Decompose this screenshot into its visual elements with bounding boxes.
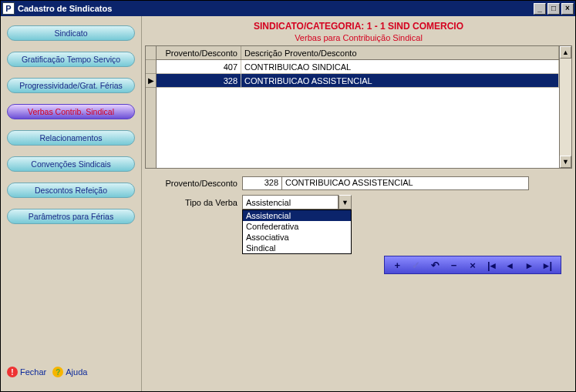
sidebar-item-verbas-contrib[interactable]: Verbas Contrib. Sindical (7, 104, 135, 119)
cell-desc: CONTRIBUICAO ASSISTENCIAL (241, 74, 559, 87)
record-navigator: + ✓ ↶ − × |◂ ◂ ▸ ▸| (384, 256, 561, 274)
tipo-option-assistencial[interactable]: Assistencial (243, 210, 351, 221)
chevron-down-icon[interactable]: ▼ (339, 195, 352, 209)
sidebar-item-parametros[interactable]: Parâmetros para Férias (7, 209, 135, 224)
nav-delete-button[interactable]: − (446, 257, 462, 273)
scroll-up-icon[interactable]: ▲ (560, 46, 571, 59)
nav-last-button[interactable]: ▸| (541, 257, 556, 273)
sidebar-item-descontos[interactable]: Descontos Refeição (7, 183, 135, 198)
table-row[interactable]: 407 CONTRIBUICAO SINDICAL (157, 60, 559, 74)
help-icon: ? (52, 367, 63, 377)
nav-first-button[interactable]: |◂ (483, 257, 499, 273)
provento-label: Provento/Desconto (150, 179, 242, 188)
client-area: Sindicato Gratificação Tempo Serviço Pro… (1, 16, 575, 391)
nav-prev-button[interactable]: ◂ (503, 257, 518, 273)
tipo-combo[interactable]: Assistencial ▼ Assistencial Confederativ… (242, 195, 352, 209)
fechar-label: Fechar (20, 367, 46, 377)
grid: ▶ Provento/Desconto Descrição Provento/D… (145, 45, 572, 169)
minimize-button[interactable]: _ (534, 3, 546, 15)
section-header: Verbas para Contribuição Sindical (145, 33, 572, 45)
nav-ok-button[interactable]: ✓ (409, 257, 424, 273)
app-icon: P (2, 2, 15, 15)
cell-desc: CONTRIBUICAO SINDICAL (241, 60, 559, 73)
provento-desc-input[interactable]: CONTRIBUICAO ASSISTENCIAL (282, 176, 529, 190)
nav-next-button[interactable]: ▸ (521, 257, 537, 273)
sidebar: Sindicato Gratificação Tempo Serviço Pro… (1, 16, 142, 391)
grid-corner (146, 46, 156, 60)
window-title: Cadastro de Sindicatos (18, 4, 534, 13)
sidebar-item-progressividade[interactable]: Progressividade/Grat. Férias (7, 78, 135, 93)
titlebar: P Cadastro de Sindicatos _ □ × (1, 1, 575, 16)
ajuda-button[interactable]: ? Ajuda (52, 367, 87, 377)
sidebar-item-convencoes[interactable]: Convenções Sindicais (7, 156, 135, 172)
table-row[interactable]: 328 CONTRIBUICAO ASSISTENCIAL (157, 74, 559, 88)
close-icon: ! (7, 367, 18, 377)
cell-code: 328 (157, 74, 241, 87)
maximize-button[interactable]: □ (547, 3, 560, 15)
tipo-option-sindical[interactable]: Sindical (243, 243, 351, 253)
main-panel: SINDICATO/CATEGORIA: 1 - 1 SIND COMERCIO… (142, 16, 575, 391)
tipo-dropdown: Assistencial Confederativa Associativa S… (242, 209, 352, 254)
category-header: SINDICATO/CATEGORIA: 1 - 1 SIND COMERCIO (145, 18, 572, 33)
nav-add-button[interactable]: + (389, 257, 405, 273)
scroll-down-icon[interactable]: ▼ (560, 156, 571, 168)
scroll-track[interactable] (560, 59, 571, 156)
nav-cancel-button[interactable]: × (465, 257, 480, 273)
close-window-button[interactable]: × (561, 3, 574, 15)
col-header-code[interactable]: Provento/Desconto (157, 46, 241, 59)
app-window: P Cadastro de Sindicatos _ □ × Sindicato… (0, 0, 576, 392)
nav-undo-button[interactable]: ↶ (427, 257, 443, 273)
form-area: Provento/Desconto 328 CONTRIBUICAO ASSIS… (145, 169, 572, 279)
col-header-desc[interactable]: Descrição Provento/Desconto (241, 46, 559, 59)
sidebar-item-gratificacao[interactable]: Gratificação Tempo Serviço (7, 52, 135, 67)
tipo-option-associativa[interactable]: Associativa (243, 232, 351, 243)
grid-scrollbar[interactable]: ▲ ▼ (559, 46, 571, 168)
ajuda-label: Ajuda (66, 367, 87, 377)
tipo-selected: Assistencial (242, 195, 339, 209)
row-indicator-1 (146, 60, 156, 74)
cell-code: 407 (157, 60, 241, 73)
provento-code-input[interactable]: 328 (242, 176, 282, 190)
grid-empty-area (157, 88, 559, 168)
row-indicator-2: ▶ (146, 74, 156, 88)
sidebar-item-sindicato[interactable]: Sindicato (7, 25, 135, 41)
tipo-option-confederativa[interactable]: Confederativa (243, 221, 351, 232)
tipo-label: Tipo da Verba (150, 198, 242, 207)
sidebar-item-relacionamentos[interactable]: Relacionamentos (7, 130, 135, 146)
fechar-button[interactable]: ! Fechar (7, 367, 46, 377)
